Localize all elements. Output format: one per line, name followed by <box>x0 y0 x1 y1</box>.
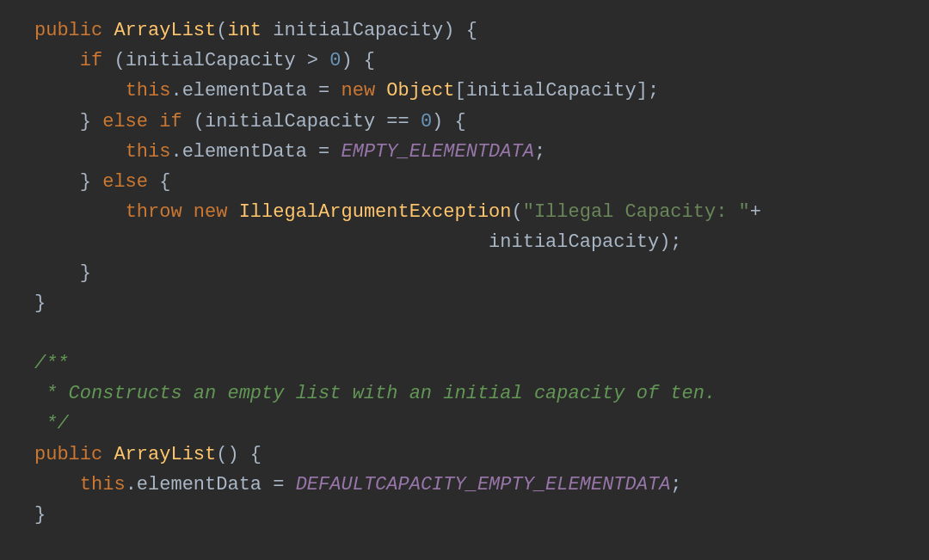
code-line-12: /** <box>34 348 929 378</box>
code-editor: public ArrayList(int initialCapacity) { … <box>0 0 929 560</box>
type-arraylist: ArrayList <box>114 15 216 46</box>
code-line-11 <box>34 318 929 348</box>
code-line-9: } <box>34 258 929 288</box>
code-line-8: initialCapacity); <box>34 227 929 257</box>
code-line-5: this.elementData = EMPTY_ELEMENTDATA; <box>34 137 929 167</box>
code-line-1: public ArrayList(int initialCapacity) { <box>34 15 929 46</box>
code-line-7: throw new IllegalArgumentException("Ille… <box>34 197 929 227</box>
code-line-16: this.elementData = DEFAULTCAPACITY_EMPTY… <box>34 470 929 500</box>
code-line-15: public ArrayList() { <box>34 440 929 470</box>
code-line-3: this.elementData = new Object[initialCap… <box>34 76 929 106</box>
code-line-17: } <box>34 500 929 530</box>
code-line-10: } <box>34 288 929 318</box>
code-line-4: } else if (initialCapacity == 0) { <box>34 107 929 137</box>
code-line-2: if (initialCapacity > 0) { <box>34 46 929 76</box>
code-line-14: */ <box>34 409 929 439</box>
code-line-6: } else { <box>34 167 929 197</box>
code-line-13: * Constructs an empty list with an initi… <box>34 378 929 409</box>
keyword-public: public <box>34 15 114 46</box>
